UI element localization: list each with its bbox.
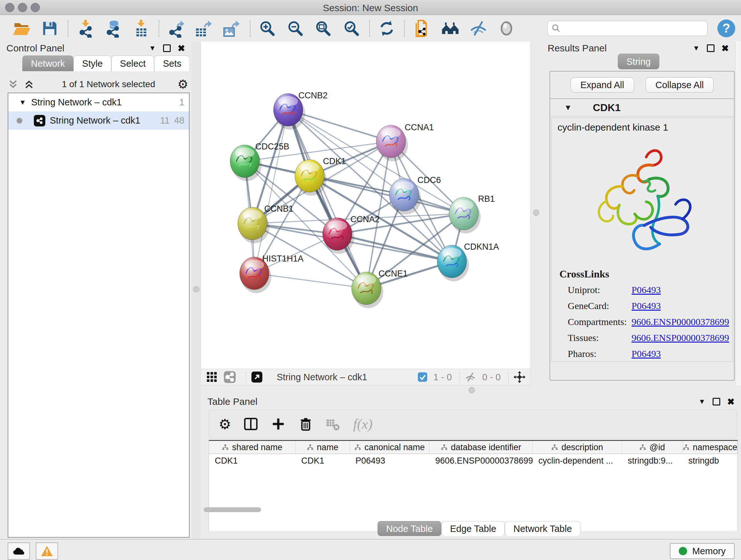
string-import-icon[interactable] [412,19,431,38]
left-splitter-handle[interactable] [193,286,199,293]
crosslink-link[interactable]: 9606.ENSP00000378699 [631,332,729,343]
collapse-all-button[interactable]: Collapse All [646,77,714,92]
panel-menu-icon[interactable]: ▼ [149,44,156,52]
table-settings-gear-icon[interactable]: ⚙ [219,416,231,432]
export-table-icon[interactable] [194,19,212,38]
grid-view-icon[interactable] [205,371,218,383]
panel-float-icon[interactable] [163,44,171,52]
right-splitter[interactable] [530,42,542,385]
network-collection-row[interactable]: ▼ String Network – cdk1 1 [8,93,189,111]
panel-menu-icon[interactable]: ▼ [693,44,700,52]
left-splitter[interactable] [192,42,201,539]
network-node-CDK1[interactable]: CDK1 [295,157,346,196]
column-header-name[interactable]: name [295,441,350,454]
open-session-icon[interactable] [12,19,31,38]
import-network-from-database-icon[interactable] [104,19,123,38]
zoom-fit-content-icon[interactable] [314,19,333,38]
refresh-view-icon[interactable] [378,19,396,38]
table-cell[interactable]: CDK1 [295,456,350,466]
network-row[interactable]: String Network – cdk1 11 48 [8,111,189,130]
expand-all-icon[interactable] [23,79,35,90]
show-columns-icon[interactable] [243,416,259,432]
network-canvas[interactable]: CCNB2CCNA1CDC25BCDK1CDC6RB1CCNB1CCNA2CDK… [201,42,530,369]
table-row[interactable]: CDK1CDK1P064939606.ENSP00000378699cyclin… [209,454,738,468]
crosslink-link[interactable]: P06493 [631,348,661,359]
column-header-shared-name[interactable]: shared name [209,441,295,454]
results-scrollbar[interactable] [735,42,741,385]
export-network-icon[interactable] [166,19,185,38]
tab-network-table[interactable]: Network Table [505,521,581,536]
tab-style[interactable]: Style [73,56,111,71]
crosslink-link[interactable]: P06493 [631,300,661,311]
title-bar: Session: New Session [0,0,741,15]
column-header-@id[interactable]: @id [622,441,683,454]
panel-close-icon[interactable]: ✖ [722,43,729,54]
tab-sets[interactable]: Sets [154,56,190,71]
hide-tool-icon[interactable] [469,19,488,38]
table-horizontal-scrollbar[interactable] [204,507,261,512]
bottom-splitter[interactable] [201,385,741,395]
crosslink-row: Uniprot:P06493 [568,285,729,295]
network-options-gear-icon[interactable]: ⚙ [178,77,188,91]
panel-close-icon[interactable]: ✖ [178,43,185,54]
table-cell[interactable]: CDK1 [209,456,295,466]
search-field[interactable] [547,21,708,36]
search-input[interactable] [563,23,707,34]
right-splitter-handle[interactable] [533,209,539,216]
zoom-selected-icon[interactable] [342,19,361,38]
column-header-canonical-name[interactable]: canonical name [350,441,429,454]
network-node-HIST1H1A[interactable]: HIST1H1A [240,254,304,293]
column-header-namespace[interactable]: namespace [683,441,738,454]
memory-button[interactable]: Memory [670,543,735,559]
panel-close-icon[interactable]: ✖ [727,396,735,407]
table-cell[interactable]: stringdb:9... [622,456,683,466]
tab-network[interactable]: Network [22,56,73,71]
column-header-database-identifier[interactable]: database identifier [429,441,533,454]
network-node-CDC25B[interactable]: CDC25B [230,142,289,181]
inspector-lens-icon[interactable] [497,19,516,38]
panel-float-icon[interactable] [713,398,720,406]
network-node-CCNB1[interactable]: CCNB1 [238,204,293,243]
help-button[interactable]: ? [718,19,735,37]
collection-expand-icon[interactable]: ▼ [19,98,26,107]
network-node-CDC6[interactable]: CDC6 [389,175,441,214]
table-cell[interactable]: cyclin-dependent ... [533,456,622,466]
crosslink-link[interactable]: 9606.ENSP00000378699 [631,316,729,327]
table-cell[interactable]: 9606.ENSP00000378699 [429,456,533,466]
panel-menu-icon[interactable]: ▼ [698,397,705,406]
crosslink-link[interactable]: P06493 [631,285,661,295]
hidden-eye-icon[interactable] [464,371,476,383]
cybrowser-home-icon[interactable] [441,19,460,38]
import-network-from-file-icon[interactable] [77,19,95,38]
save-session-icon[interactable] [41,19,59,38]
cloud-button[interactable] [8,543,30,560]
bottom-splitter-handle[interactable] [468,387,475,393]
expand-all-button[interactable]: Expand All [570,77,634,92]
zoom-out-icon[interactable] [286,19,305,38]
column-header-description[interactable]: description [533,441,622,454]
export-image-icon[interactable] [222,19,240,38]
fit-selected-crosshair-icon[interactable] [513,371,526,383]
network-node-RB1[interactable]: RB1 [449,194,495,233]
network-node-CDKN1A[interactable]: CDKN1A [437,242,499,281]
export-view-icon[interactable] [251,371,263,383]
add-column-icon[interactable] [271,416,286,432]
delete-column-trash-icon[interactable] [298,416,313,432]
gene-section-collapse-icon[interactable]: ▼ [564,103,572,112]
table-cell[interactable]: stringdb [683,456,738,466]
tab-node-table[interactable]: Node Table [378,521,441,536]
table-cell[interactable]: P06493 [350,456,429,466]
tab-edge-table[interactable]: Edge Table [441,521,505,536]
network-node-CCNE1[interactable]: CCNE1 [352,269,408,308]
network-share-view-icon[interactable] [223,371,236,383]
selected-count-checkbox-icon[interactable] [417,372,428,382]
network-node-CCNB2[interactable]: CCNB2 [273,91,328,130]
warning-button[interactable] [36,543,58,560]
import-table-from-file-icon[interactable] [132,19,151,38]
panel-float-icon[interactable] [707,44,715,52]
network-node-CCNA2[interactable]: CCNA2 [323,214,380,254]
zoom-in-icon[interactable] [258,19,277,38]
collapse-all-icon[interactable] [8,79,18,90]
tab-string[interactable]: String [618,54,659,69]
tab-select[interactable]: Select [111,56,154,71]
